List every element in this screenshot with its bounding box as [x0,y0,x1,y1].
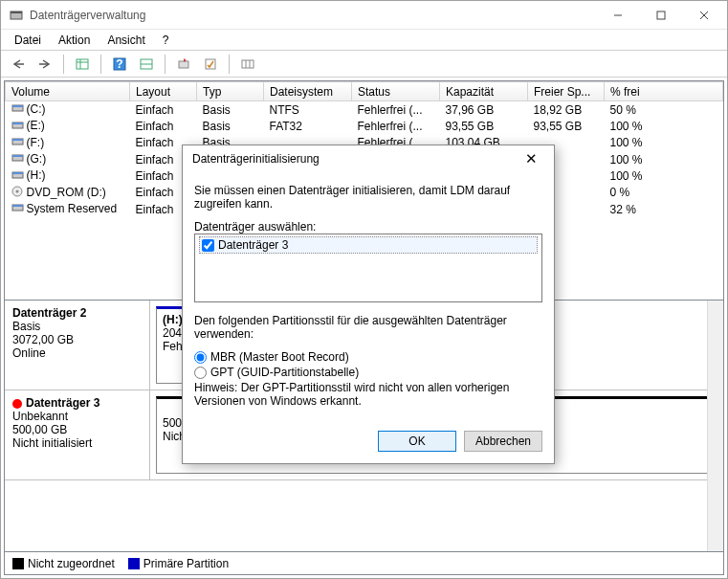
dialog-hint: Hinweis: Der GPT-Partitionsstil wird nic… [194,381,542,408]
volume-name: (F:) [27,136,45,149]
ok-button[interactable]: OK [378,431,456,452]
col-capacity[interactable]: Kapazität [440,82,528,101]
cell-pctfree: 100 % [605,118,723,134]
cell-pctfree: 50 % [605,101,723,119]
svg-rect-25 [12,139,23,141]
cell-pctfree: 100 % [605,135,723,151]
toolbar: ? [1,51,727,78]
disc-icon [11,186,25,200]
svg-rect-8 [77,59,88,69]
svg-rect-23 [12,122,23,124]
legend-primary: Primäre Partition [143,557,229,570]
cell-status: Fehlerfrei (... [352,118,440,134]
volume-name: (C:) [27,102,46,116]
view-list-button[interactable] [71,54,94,75]
svg-text:?: ? [116,57,122,71]
menu-action[interactable]: Aktion [51,32,98,49]
view-graphic-button[interactable] [135,54,158,75]
svg-rect-3 [657,11,665,19]
drive-icon [11,152,25,167]
window-title: Datenträgerverwaltung [30,9,596,22]
col-layout[interactable]: Layout [130,82,197,101]
disk-size: 3072,00 GB [12,333,142,346]
volume-name: (E:) [27,119,45,132]
cell-free: 18,92 GB [528,101,605,119]
col-filesystem[interactable]: Dateisystem [264,82,352,101]
dialog-message: Sie müssen einen Datenträger initialisie… [194,184,542,211]
disk-type: Unbekannt [12,410,142,423]
initialize-disk-dialog: Datenträgerinitialisierung ✕ Sie müssen … [182,145,555,464]
legend: Nicht zugeordnet Primäre Partition [4,552,724,575]
disk-size: 500,00 GB [12,423,142,436]
cell-layout: Einfach [130,101,197,119]
table-row[interactable]: (C:)EinfachBasisNTFSFehlerfrei (...37,96… [6,101,723,119]
dialog-title: Datenträgerinitialisierung [192,152,514,166]
cell-status: Fehlerfrei (... [352,101,440,119]
col-free[interactable]: Freier Sp... [528,82,605,101]
volume-name: System Reserved [27,202,118,215]
refresh-button[interactable] [172,54,195,75]
back-button[interactable] [7,54,30,75]
cell-capacity: 93,55 GB [440,118,528,134]
cell-type: Basis [197,101,264,119]
disk-select-list[interactable]: Datenträger 3 [194,234,542,302]
radio-gpt-label: GPT (GUID-Partitionstabelle) [210,366,359,379]
cell-pctfree: 0 % [605,185,723,201]
svg-rect-27 [12,155,23,157]
svg-point-31 [15,189,18,192]
drive-icon [11,169,25,184]
col-pctfree[interactable]: % frei [605,82,723,101]
list-item[interactable]: Datenträger 3 [199,236,538,254]
cell-layout: Einfach [130,118,197,134]
dialog-close-button[interactable]: ✕ [514,146,548,171]
cell-filesystem: FAT32 [264,118,352,134]
radio-mbr-label: MBR (Master Boot Record) [210,350,349,364]
legend-swatch-unallocated [12,558,24,569]
maximize-button[interactable] [639,1,682,29]
select-disk-label: Datenträger auswählen: [194,220,542,234]
col-type[interactable]: Typ [197,82,264,101]
drive-icon [11,102,25,117]
radio-mbr-row[interactable]: MBR (Master Boot Record) [194,350,542,364]
vertical-scrollbar[interactable] [707,301,723,551]
help-button[interactable]: ? [108,54,131,75]
svg-rect-17 [242,60,254,68]
svg-rect-29 [12,172,23,174]
disk-name: Datenträger 2 [12,306,142,320]
close-button[interactable] [682,1,725,29]
col-volume[interactable]: Volume [6,82,130,101]
menu-help[interactable]: ? [155,32,177,49]
forward-button[interactable] [33,54,56,75]
drive-icon [11,136,25,150]
legend-unallocated: Nicht zugeordnet [28,557,115,570]
svg-rect-21 [12,105,23,107]
app-icon [9,8,24,23]
cell-capacity: 37,96 GB [440,101,528,119]
titlebar: Datenträgerverwaltung [1,1,727,30]
cell-filesystem: NTFS [264,101,352,119]
radio-mbr[interactable] [194,351,207,364]
menu-file[interactable]: Datei [7,32,49,49]
minimize-button[interactable] [596,1,639,29]
settings-button[interactable] [236,54,259,75]
disk-checkbox[interactable] [202,239,214,252]
table-row[interactable]: (E:)EinfachBasisFAT32Fehlerfrei (...93,5… [6,118,723,134]
cell-free: 93,55 GB [528,118,605,134]
drive-icon [11,202,25,216]
disk-status: Nicht initialisiert [12,436,142,450]
menubar: Datei Aktion Ansicht ? [1,30,727,51]
cancel-button[interactable]: Abbrechen [464,431,542,452]
cell-pctfree: 32 % [605,201,723,217]
drive-icon [11,120,25,134]
menu-view[interactable]: Ansicht [99,32,152,49]
legend-swatch-primary [128,558,140,569]
cell-type: Basis [197,118,264,134]
radio-gpt-row[interactable]: GPT (GUID-Partitionstabelle) [194,366,542,379]
disk-name: Datenträger 3 [12,396,142,410]
properties-button[interactable] [199,54,222,75]
volume-name: DVD_ROM (D:) [27,186,106,199]
col-status[interactable]: Status [352,82,440,101]
disk-type: Basis [12,320,142,333]
svg-rect-33 [12,205,23,207]
radio-gpt[interactable] [194,367,207,379]
